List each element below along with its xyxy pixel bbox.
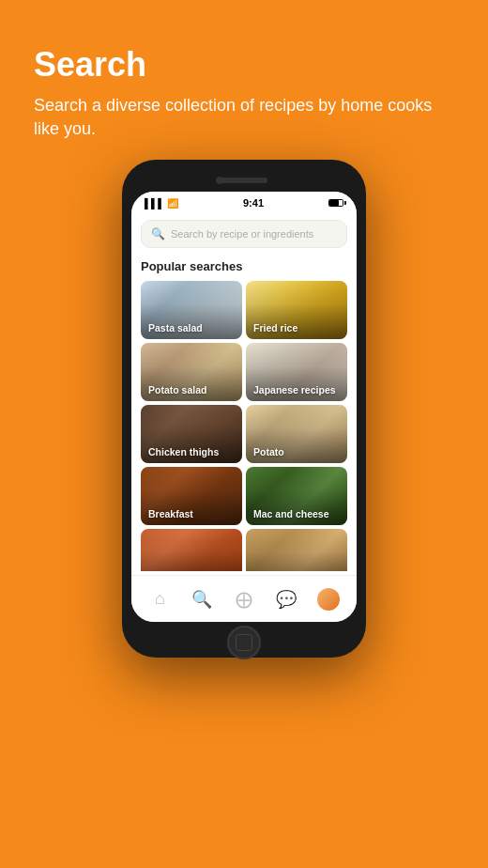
grid-item-label-lasagna: Lasagna — [253, 570, 294, 571]
grid-item-label-potato: Potato — [253, 446, 284, 457]
header-section: Search Search a diverse collection of re… — [34, 45, 454, 141]
grid-item-overlay — [141, 529, 242, 571]
grid-item-label-japanese: Japanese recipes — [253, 384, 336, 395]
search-placeholder: Search by recipe or ingredients — [171, 228, 313, 240]
recipe-grid: Pasta saladFried ricePotato saladJapanes… — [141, 281, 347, 571]
recipe-grid-item-lasagna[interactable]: Lasagna — [246, 529, 347, 571]
phone-top — [131, 169, 357, 192]
profile-avatar — [317, 588, 340, 611]
phone-mockup: ▌▌▌ 📶 9:41 🔍 Search by recipe or ingredi… — [122, 160, 366, 658]
nav-add[interactable]: ⨁ — [223, 576, 266, 622]
home-icon: ⌂ — [155, 589, 165, 609]
search-icon: 🔍 — [151, 227, 165, 240]
grid-item-label-potato-salad: Potato salad — [148, 384, 206, 395]
recipe-grid-item-chicken-thighs[interactable]: Chicken thighs — [141, 405, 242, 463]
recipe-grid-item-potato-salad[interactable]: Potato salad — [141, 343, 242, 401]
nav-profile[interactable] — [307, 576, 349, 622]
recipe-grid-item-fried-rice[interactable]: Fried rice — [246, 281, 347, 339]
grid-item-label-fried-rice: Fried rice — [253, 322, 297, 333]
signal-indicator: ▌▌▌ 📶 — [145, 198, 178, 209]
recipe-grid-item-potato[interactable]: Potato — [246, 405, 347, 463]
battery-indicator — [328, 199, 343, 207]
chat-icon: 💬 — [276, 589, 297, 610]
nav-messages[interactable]: 💬 — [265, 576, 307, 622]
status-bar: ▌▌▌ 📶 9:41 — [131, 192, 357, 212]
battery-icon — [328, 199, 343, 207]
phone-home-button[interactable] — [227, 626, 261, 659]
grid-item-label-chicken-thighs: Chicken thighs — [148, 446, 219, 457]
search-nav-icon: 🔍 — [191, 589, 212, 610]
phone-camera — [216, 177, 223, 184]
search-bar[interactable]: 🔍 Search by recipe or ingredients — [141, 220, 347, 248]
screen-content: 🔍 Search by recipe or ingredients Popula… — [131, 212, 357, 571]
add-icon: ⨁ — [236, 589, 252, 610]
status-time: 9:41 — [243, 197, 264, 209]
recipe-grid-item-mac-cheese[interactable]: Mac and cheese — [246, 467, 347, 525]
recipe-grid-item-pasta-salad[interactable]: Pasta salad — [141, 281, 242, 339]
bottom-navigation: ⌂ 🔍 ⨁ 💬 — [131, 575, 357, 622]
page-title: Search — [34, 45, 454, 85]
phone-speaker — [221, 178, 267, 183]
recipe-grid-item-breakfast[interactable]: Breakfast — [141, 467, 242, 525]
page-subtitle: Search a diverse collection of recipes b… — [34, 94, 454, 141]
grid-item-label-mac-cheese: Mac and cheese — [253, 508, 329, 519]
grid-item-label-shrimp: Shrimp — [148, 570, 182, 571]
grid-item-overlay — [246, 529, 347, 571]
grid-item-label-pasta-salad: Pasta salad — [148, 322, 203, 333]
grid-item-label-breakfast: Breakfast — [148, 508, 193, 519]
nav-search[interactable]: 🔍 — [181, 576, 223, 622]
recipe-grid-item-japanese[interactable]: Japanese recipes — [246, 343, 347, 401]
nav-home[interactable]: ⌂ — [139, 576, 181, 622]
popular-searches-title: Popular searches — [141, 259, 347, 273]
recipe-grid-item-shrimp[interactable]: Shrimp — [141, 529, 242, 571]
phone-screen: ▌▌▌ 📶 9:41 🔍 Search by recipe or ingredi… — [131, 192, 357, 622]
home-button-ring — [236, 634, 252, 651]
